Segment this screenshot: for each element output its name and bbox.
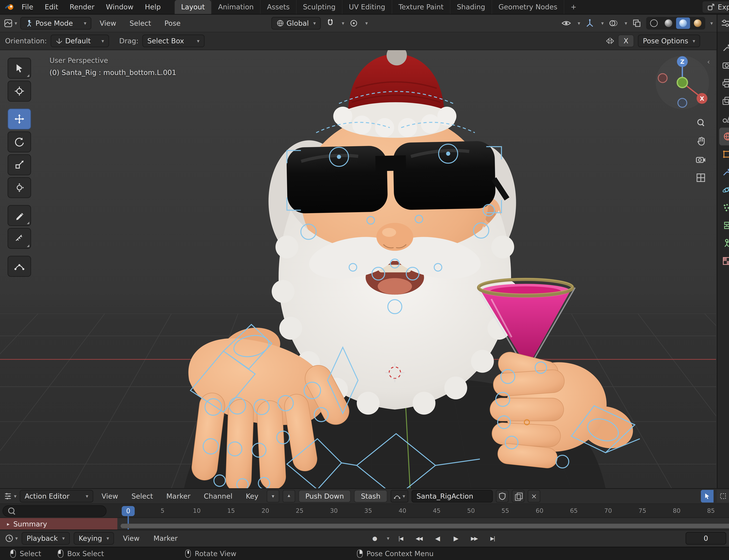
previous-keyframe-button[interactable]: ◀◀ bbox=[411, 532, 426, 545]
menu-channel[interactable]: Channel bbox=[199, 490, 238, 503]
workspace-tab-layout[interactable]: Layout bbox=[175, 0, 211, 14]
xray-toggle[interactable] bbox=[630, 17, 643, 30]
move-channel-down-button[interactable]: ▾ bbox=[267, 490, 279, 503]
orthographic-toggle-button[interactable] bbox=[694, 171, 707, 184]
hide-channels-toggle[interactable] bbox=[717, 490, 729, 503]
menu-view[interactable]: View bbox=[97, 490, 123, 503]
rotate-tool[interactable] bbox=[8, 131, 31, 152]
workspace-tab-texture-paint[interactable]: Texture Paint bbox=[391, 0, 450, 14]
dope-sheet-body[interactable]: 5 10 15 20 25 30 35 40 45 50 55 60 65 70… bbox=[0, 504, 729, 530]
overlays-toggle[interactable] bbox=[607, 17, 619, 30]
cursor-tool[interactable] bbox=[8, 81, 31, 102]
menu-window[interactable]: Window bbox=[101, 1, 139, 13]
add-workspace-button[interactable]: + bbox=[564, 0, 583, 14]
transform-tool[interactable] bbox=[8, 177, 31, 198]
3d-viewport-canvas[interactable]: User Perspective (0) Santa_Rig : mouth_b… bbox=[0, 50, 717, 488]
keying-options-chevron[interactable]: ▾ bbox=[387, 536, 389, 541]
push-down-button[interactable]: Push Down bbox=[299, 490, 351, 503]
unlink-action-button[interactable]: × bbox=[528, 490, 540, 503]
move-tool[interactable] bbox=[8, 109, 31, 129]
workspace-tab-animation[interactable]: Animation bbox=[211, 0, 260, 14]
gizmos-toggle[interactable] bbox=[583, 17, 596, 30]
workspace-tab-uv-editing[interactable]: UV Editing bbox=[342, 0, 391, 14]
gizmo-x-axis[interactable]: X bbox=[700, 95, 704, 102]
action-fake-user-button[interactable] bbox=[496, 490, 508, 503]
stash-button[interactable]: Stash bbox=[354, 490, 387, 503]
menu-view[interactable]: View bbox=[118, 532, 145, 545]
tab-output[interactable] bbox=[717, 74, 729, 92]
playback-dropdown[interactable]: Playback▾ bbox=[22, 532, 70, 545]
menu-render[interactable]: Render bbox=[65, 1, 100, 13]
editor-type-button[interactable]: ▾ bbox=[4, 17, 17, 30]
gizmo-z-axis[interactable]: Z bbox=[680, 58, 684, 65]
shading-wireframe-button[interactable] bbox=[647, 17, 661, 29]
dope-mode-dropdown[interactable]: Action Editor ▾ bbox=[20, 490, 93, 503]
horizontal-scrollbar[interactable] bbox=[121, 524, 729, 528]
select-box-tool[interactable] bbox=[8, 58, 31, 79]
drag-dropdown[interactable]: Select Box ▾ bbox=[142, 35, 205, 47]
channel-search-input[interactable] bbox=[2, 505, 107, 517]
chevron-down-icon[interactable]: ▾ bbox=[601, 21, 604, 26]
workspace-tab-assets[interactable]: Assets bbox=[260, 0, 296, 14]
pose-options-dropdown[interactable]: Pose Options ▾ bbox=[638, 35, 700, 47]
shading-solid-button[interactable] bbox=[661, 17, 675, 29]
region-collapse-arrow[interactable]: ‹ bbox=[707, 58, 710, 66]
snap-options-chevron[interactable]: ▾ bbox=[342, 21, 344, 26]
visibility-toggle[interactable] bbox=[560, 17, 572, 30]
menu-help[interactable]: Help bbox=[140, 1, 166, 13]
shading-rendered-button[interactable] bbox=[691, 17, 705, 29]
measure-tool[interactable] bbox=[8, 228, 31, 249]
menu-select[interactable]: Select bbox=[126, 490, 158, 503]
proportional-options-chevron[interactable]: ▾ bbox=[365, 21, 368, 26]
play-reverse-button[interactable]: ◀ bbox=[430, 532, 444, 545]
navigation-gizmo[interactable]: Z X bbox=[654, 54, 711, 111]
menu-key[interactable]: Key bbox=[241, 490, 264, 503]
tab-constraints[interactable] bbox=[717, 216, 729, 234]
chevron-down-icon[interactable]: ▾ bbox=[578, 21, 580, 26]
summary-channel-row[interactable]: ▸ Summary bbox=[0, 518, 117, 530]
keying-dropdown[interactable]: Keying▾ bbox=[74, 532, 114, 545]
auto-keying-toggle[interactable]: ● bbox=[368, 532, 381, 545]
mirror-x-toggle[interactable]: X bbox=[618, 35, 634, 47]
annotate-tool[interactable] bbox=[8, 205, 31, 226]
workspace-tab-geometry-nodes[interactable]: Geometry Nodes bbox=[491, 0, 564, 14]
menu-edit[interactable]: Edit bbox=[40, 1, 63, 13]
current-frame-badge[interactable]: 0 bbox=[122, 506, 135, 516]
tab-scene[interactable] bbox=[717, 110, 729, 128]
menu-marker[interactable]: Marker bbox=[161, 490, 196, 503]
tab-object[interactable] bbox=[717, 145, 729, 163]
dope-editor-type-button[interactable]: ▾ bbox=[4, 490, 16, 503]
jump-to-start-button[interactable]: |◀ bbox=[393, 532, 408, 545]
tab-physics[interactable] bbox=[717, 181, 729, 199]
tab-world[interactable] bbox=[719, 128, 729, 145]
scale-tool[interactable] bbox=[8, 154, 31, 175]
tab-render[interactable] bbox=[717, 56, 729, 74]
snap-toggle[interactable] bbox=[324, 17, 337, 30]
shading-material-button[interactable] bbox=[676, 17, 690, 29]
orientation-setting-dropdown[interactable]: Default ▾ bbox=[51, 35, 109, 47]
tab-view-layer[interactable] bbox=[717, 92, 729, 110]
workspace-tab-shading[interactable]: Shading bbox=[450, 0, 492, 14]
timeline-ruler[interactable]: 5 10 15 20 25 30 35 40 45 50 55 60 65 70… bbox=[0, 504, 729, 518]
tab-modifiers[interactable] bbox=[717, 163, 729, 181]
proportional-editing-toggle[interactable] bbox=[348, 17, 360, 30]
tab-texture[interactable] bbox=[717, 252, 729, 270]
only-selected-toggle[interactable] bbox=[701, 490, 714, 503]
next-keyframe-button[interactable]: ▶▶ bbox=[467, 532, 481, 545]
duplicate-action-button[interactable] bbox=[512, 490, 524, 503]
tab-particles[interactable] bbox=[717, 199, 729, 217]
transform-orientation-dropdown[interactable]: Global ▾ bbox=[271, 17, 321, 30]
export-button[interactable]: Export bbox=[702, 1, 729, 13]
pan-button[interactable] bbox=[694, 135, 707, 147]
tab-object-data[interactable] bbox=[717, 234, 729, 252]
action-name-field[interactable]: Santa_RigAction bbox=[411, 490, 493, 503]
tab-tool[interactable] bbox=[717, 39, 729, 57]
menu-marker[interactable]: Marker bbox=[148, 532, 183, 545]
mode-dropdown[interactable]: Pose Mode ▾ bbox=[20, 17, 91, 30]
expand-icon[interactable]: ▸ bbox=[7, 521, 9, 527]
menu-select[interactable]: Select bbox=[125, 17, 156, 30]
menu-file[interactable]: File bbox=[16, 1, 38, 13]
current-frame-field[interactable]: 0 bbox=[686, 532, 726, 545]
workspace-tab-sculpting[interactable]: Sculpting bbox=[296, 0, 342, 14]
shading-options-chevron[interactable]: ▾ bbox=[710, 21, 713, 26]
